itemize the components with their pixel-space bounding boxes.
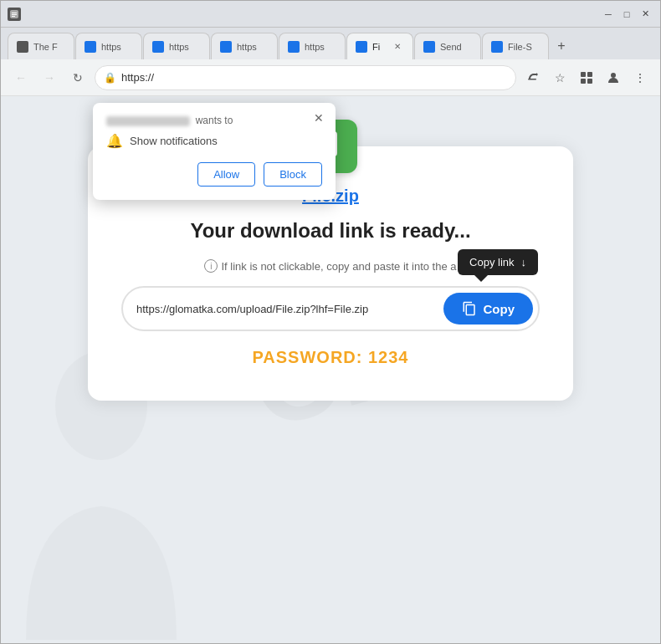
- download-title: Your download link is ready...: [121, 219, 540, 243]
- blurred-url: [106, 116, 190, 126]
- tab-label-0: The F: [33, 42, 65, 52]
- tab-label-3: https: [237, 42, 269, 52]
- tab-label-1: https: [101, 42, 133, 52]
- tab-favicon-5: [356, 41, 367, 53]
- allow-button[interactable]: Allow: [197, 162, 255, 187]
- toolbar: ← → ↻ 🔒 https:// ☆: [1, 59, 660, 96]
- window-controls: ─ □ ✕: [600, 6, 653, 23]
- password-display: PASSWORD: 1234: [121, 348, 540, 367]
- forward-button[interactable]: →: [38, 66, 61, 89]
- block-button[interactable]: Block: [264, 162, 322, 187]
- popup-buttons: Allow Block: [106, 162, 322, 187]
- tab-2[interactable]: https: [143, 33, 210, 59]
- tab-label-7: File-S: [508, 42, 540, 52]
- link-url: https://glomatka.com/upload/File.zip?lhf…: [136, 303, 437, 315]
- title-bar: ─ □ ✕: [1, 1, 660, 28]
- reload-button[interactable]: ↻: [66, 66, 90, 89]
- link-row: Copy link ↓ https://glomatka.com/upload/…: [121, 286, 540, 331]
- copy-tooltip-label: Copy link: [469, 256, 514, 268]
- permission-text: Show notifications: [130, 135, 218, 147]
- svg-point-9: [611, 73, 616, 78]
- tab-favicon-0: [17, 41, 28, 53]
- browser-frame: ─ □ ✕ The F https https https https: [0, 0, 661, 644]
- tab-close-5[interactable]: ✕: [391, 40, 404, 54]
- back-button[interactable]: ←: [9, 66, 33, 89]
- svg-rect-1: [12, 13, 17, 13]
- tab-favicon-3: [220, 41, 232, 53]
- popup-site: wants to: [106, 115, 322, 126]
- menu-button[interactable]: ⋮: [628, 66, 652, 89]
- tab-favicon-6: [423, 41, 435, 53]
- tab-6[interactable]: Send: [414, 33, 481, 59]
- svg-rect-6: [587, 72, 592, 77]
- tab-1[interactable]: https: [75, 33, 142, 59]
- tab-label-4: https: [305, 42, 336, 52]
- tab-0[interactable]: The F: [8, 33, 74, 59]
- new-tab-button[interactable]: +: [550, 34, 573, 58]
- svg-rect-3: [12, 16, 15, 17]
- close-button[interactable]: ✕: [637, 6, 653, 23]
- maximize-button[interactable]: □: [618, 6, 635, 23]
- tab-favicon-2: [152, 41, 164, 53]
- address-bar[interactable]: 🔒 https://: [95, 65, 516, 90]
- profile-button[interactable]: [602, 66, 625, 89]
- hint-text-content: If link is not clickable, copy and paste…: [221, 260, 456, 273]
- tab-favicon-1: [85, 41, 96, 53]
- info-icon: i: [204, 259, 218, 273]
- svg-rect-5: [581, 72, 586, 77]
- tab-4[interactable]: https: [279, 33, 346, 59]
- notification-popup: ✕ wants to 🔔 Show notifications Allow Bl…: [93, 103, 336, 200]
- tab-label-2: https: [169, 42, 201, 52]
- copy-button[interactable]: Copy: [443, 293, 534, 325]
- svg-rect-2: [12, 14, 17, 15]
- tab-3[interactable]: https: [211, 33, 278, 59]
- copy-tooltip-icon: ↓: [521, 256, 527, 268]
- svg-rect-8: [587, 79, 592, 84]
- extension-button[interactable]: [575, 66, 598, 89]
- svg-rect-4: [528, 79, 536, 80]
- browser-icon: [8, 8, 21, 21]
- bell-icon: 🔔: [106, 133, 123, 149]
- tab-7[interactable]: File-S: [482, 33, 549, 59]
- copy-icon: [462, 301, 477, 316]
- tab-5[interactable]: Fi ✕: [346, 33, 413, 59]
- share-button[interactable]: [521, 66, 545, 89]
- tab-favicon-4: [288, 41, 300, 53]
- lock-icon: 🔒: [104, 72, 116, 84]
- tab-label-6: Send: [440, 42, 472, 52]
- page-content: OK ✕ wants to 🔔 Show notifications Allow: [1, 96, 660, 643]
- bookmark-button[interactable]: ☆: [548, 66, 571, 89]
- popup-permission: 🔔 Show notifications: [106, 133, 322, 149]
- svg-rect-7: [581, 79, 586, 84]
- address-text: https://: [121, 71, 154, 84]
- minimize-button[interactable]: ─: [600, 6, 617, 23]
- tabs-bar: The F https https https https Fi ✕ Send: [1, 28, 660, 59]
- tab-label-5: Fi: [372, 42, 386, 52]
- popup-close-button[interactable]: ✕: [310, 110, 327, 126]
- toolbar-actions: ☆ ⋮: [521, 66, 652, 89]
- copy-tooltip: Copy link ↓: [458, 249, 538, 275]
- wants-text: wants to: [196, 115, 233, 126]
- tab-favicon-7: [491, 41, 503, 53]
- copy-button-label: Copy: [484, 302, 515, 316]
